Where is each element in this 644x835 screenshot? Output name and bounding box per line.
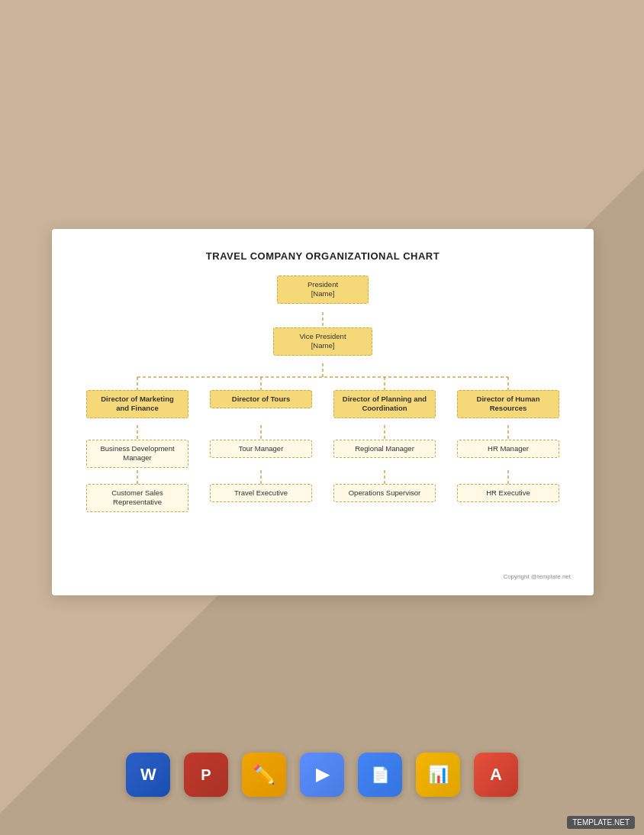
gslides-icon[interactable]: 📊 xyxy=(416,753,460,797)
customer-sales-label: Customer Sales Representative xyxy=(95,488,180,508)
powerpoint-icon[interactable]: P xyxy=(184,753,228,797)
president-node: President [Name] xyxy=(277,276,369,304)
director-hr-label: Director of Human Resources xyxy=(465,395,551,414)
ops-supervisor-node: Operations Supervisor xyxy=(333,484,436,502)
hr-exec-label: HR Executive xyxy=(465,488,551,498)
director-hr-node: Director of Human Resources xyxy=(457,390,559,418)
travel-exec-label: Travel Executive xyxy=(218,488,304,498)
tour-manager-node: Tour Manager xyxy=(210,440,312,458)
director-tours-label: Director of Tours xyxy=(218,395,304,404)
vp-label: Vice President xyxy=(282,332,364,341)
regional-manager-label: Regional Manager xyxy=(342,444,427,453)
vp-sublabel: [Name] xyxy=(282,341,364,350)
watermark: TEMPLATE.NET xyxy=(567,816,635,829)
tour-manager-label: Tour Manager xyxy=(218,444,304,453)
word-icon[interactable]: W xyxy=(126,753,170,797)
president-label: President xyxy=(285,280,360,289)
director-marketing-node: Director of Marketing and Finance xyxy=(86,390,188,418)
president-sublabel: [Name] xyxy=(285,289,360,298)
hr-manager-label: HR Manager xyxy=(465,444,551,453)
org-chart-card: TRAVEL COMPANY ORGANIZATIONAL CHART xyxy=(52,229,594,595)
director-marketing-label: Director of Marketing and Finance xyxy=(95,395,180,414)
chart-title: TRAVEL COMPANY ORGANIZATIONAL CHART xyxy=(75,250,571,262)
pages-icon[interactable]: ✏️ xyxy=(242,753,286,797)
director-planning-label: Director of Planning and Coordination xyxy=(342,395,427,414)
biz-dev-node: Business Development Manager xyxy=(86,440,188,468)
biz-dev-label: Business Development Manager xyxy=(95,444,180,463)
director-planning-node: Director of Planning and Coordination xyxy=(333,390,436,418)
ops-supervisor-label: Operations Supervisor xyxy=(342,488,427,498)
app-icons-row: W P ✏️ ▶ 📄 📊 A xyxy=(126,753,518,797)
keynote-icon[interactable]: ▶ xyxy=(300,753,344,797)
org-chart-svg xyxy=(75,276,571,566)
director-tours-node: Director of Tours xyxy=(210,390,312,408)
copyright-text: Copyright @template.net xyxy=(75,573,571,580)
hr-exec-node: HR Executive xyxy=(457,484,559,502)
gdocs-icon[interactable]: 📄 xyxy=(358,753,402,797)
customer-sales-node: Customer Sales Representative xyxy=(86,484,188,512)
vp-node: Vice President [Name] xyxy=(273,327,372,356)
hr-manager-node: HR Manager xyxy=(457,440,559,458)
bottom-icons-area: W P ✏️ ▶ 📄 📊 A xyxy=(0,753,644,797)
regional-manager-node: Regional Manager xyxy=(333,440,436,458)
acrobat-icon[interactable]: A xyxy=(474,753,518,797)
travel-exec-node: Travel Executive xyxy=(210,484,312,502)
